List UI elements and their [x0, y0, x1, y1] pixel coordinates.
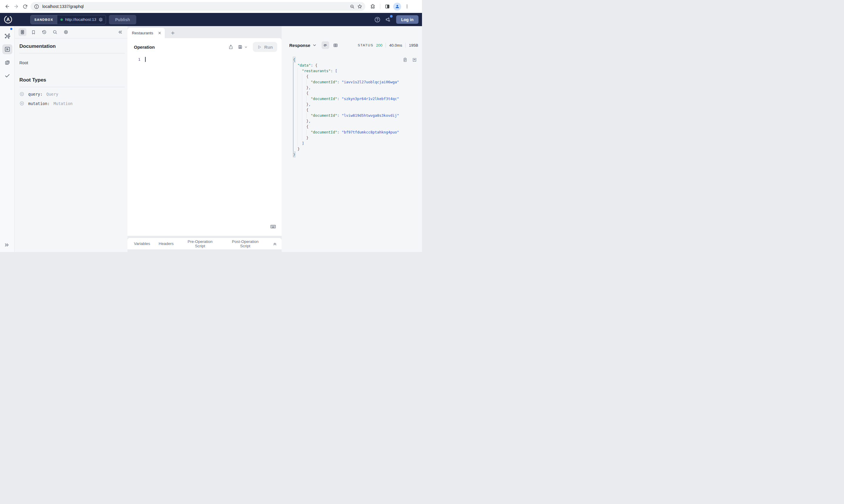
divider: [19, 87, 125, 87]
json-token: :: [337, 96, 342, 102]
json-token: "szkyn3pr64r1v2lkebf3t4qc": [342, 96, 399, 102]
profile-avatar[interactable]: [393, 3, 401, 11]
indent-guide: [293, 135, 297, 141]
url-text[interactable]: localhost:1337/graphql: [42, 4, 348, 9]
root-type-row[interactable]: query: Query: [19, 92, 125, 96]
search-icon[interactable]: [51, 28, 59, 36]
divider: [405, 43, 406, 48]
response-dropdown-chevron-icon[interactable]: [312, 43, 316, 47]
schema-icon[interactable]: [2, 31, 12, 41]
tab-restaurants[interactable]: Restaurants: [127, 28, 165, 38]
menu-kebab-icon[interactable]: [403, 2, 411, 11]
reload-icon[interactable]: [20, 2, 29, 11]
site-info-icon[interactable]: [33, 3, 40, 10]
copy-response-icon[interactable]: [402, 57, 408, 62]
json-token: }: [297, 146, 300, 152]
explorer-icon[interactable]: [2, 44, 12, 54]
table-view-icon[interactable]: [332, 41, 340, 49]
json-token: [: [335, 68, 338, 74]
new-tab-icon[interactable]: [170, 31, 175, 36]
indent-guide: [297, 141, 302, 146]
login-button[interactable]: Log in: [396, 15, 418, 24]
checks-icon[interactable]: [2, 71, 12, 81]
save-dropdown-chevron-icon[interactable]: [244, 46, 247, 49]
raw-view-icon[interactable]: [322, 41, 329, 49]
indent-guide: [293, 141, 297, 146]
status-code: 200: [376, 43, 382, 48]
extensions-icon[interactable]: [369, 2, 377, 11]
side-panel-icon[interactable]: [383, 2, 392, 11]
back-icon[interactable]: [3, 2, 12, 11]
announcements-icon[interactable]: [385, 16, 392, 23]
endpoint-url-text[interactable]: http://localhost:1337/gra…: [65, 17, 96, 22]
screen: localhost:1337/graphql: [0, 0, 422, 252]
bottom-tab-variables[interactable]: Variables: [134, 241, 150, 246]
response-json: {"data": {"restaurants": [{"documentId":…: [293, 57, 418, 157]
operation-editor[interactable]: 1: [127, 54, 282, 236]
documentation-panel: Documentation Root Root Types query: Que…: [15, 26, 127, 252]
save-group[interactable]: [238, 44, 247, 50]
indent-guide: [293, 124, 297, 129]
zoom-out-icon[interactable]: [348, 3, 356, 10]
download-response-icon[interactable]: [412, 57, 417, 62]
expand-plus-icon[interactable]: [19, 101, 24, 106]
run-button[interactable]: Run: [253, 42, 277, 52]
expand-rail-icon[interactable]: [4, 242, 10, 248]
bookmark-star-icon[interactable]: [356, 3, 364, 10]
forward-icon[interactable]: [12, 2, 20, 11]
json-token: {: [306, 107, 309, 113]
bottom-tab-headers[interactable]: Headers: [159, 241, 174, 246]
response-size: 195B: [409, 43, 418, 48]
indent-guide: [302, 118, 306, 124]
indent-guide: [293, 74, 297, 79]
docs-root-link[interactable]: Root: [19, 60, 125, 65]
status-label: STATUS: [358, 43, 373, 47]
json-token: :: [337, 79, 342, 85]
json-token: }: [306, 135, 309, 141]
indent-guide: [297, 129, 302, 135]
expand-plus-icon[interactable]: [19, 92, 24, 96]
apollo-logo-letter: A: [4, 15, 12, 24]
keyboard-shortcuts-icon[interactable]: [270, 223, 276, 230]
bottom-tab-post-operation-script[interactable]: Post-Operation Script: [226, 239, 264, 248]
left-rail: [0, 26, 15, 252]
operation-header: Operation: [127, 38, 282, 54]
main-area: Documentation Root Root Types query: Que…: [0, 26, 422, 252]
json-token: },: [306, 85, 311, 90]
type-name[interactable]: Query: [47, 92, 58, 96]
settings-gear-icon[interactable]: [62, 28, 70, 36]
json-token: :: [331, 68, 335, 74]
history-icon[interactable]: [40, 28, 48, 36]
editor-line: 1: [127, 56, 282, 62]
type-field-name[interactable]: mutation:: [28, 101, 50, 106]
save-icon[interactable]: [238, 44, 243, 50]
address-bar[interactable]: localhost:1337/graphql: [31, 2, 365, 11]
root-type-row[interactable]: mutation: Mutation: [19, 101, 125, 106]
close-tab-icon[interactable]: [158, 31, 161, 35]
bookmark-icon[interactable]: [29, 28, 37, 36]
apollo-logo[interactable]: A: [4, 15, 12, 24]
collapse-docs-icon[interactable]: [118, 29, 123, 35]
publish-button[interactable]: Publish: [109, 15, 136, 24]
indent-guide: [302, 113, 306, 118]
collections-icon[interactable]: [2, 57, 12, 68]
type-field-name[interactable]: query:: [28, 92, 42, 96]
json-line: ]: [293, 141, 418, 146]
indent-guide: [293, 62, 297, 68]
help-icon[interactable]: [374, 16, 381, 23]
bottom-tab-pre-operation-script[interactable]: Pre-Operation Script: [182, 239, 218, 248]
endpoint-url-box[interactable]: http://localhost:1337/gra…: [57, 15, 106, 24]
indent-guide: [306, 113, 311, 118]
json-token: "iavv1s2l27uoblqcjai06wga": [342, 79, 399, 85]
share-icon[interactable]: [228, 44, 234, 50]
collapse-panel-icon[interactable]: [273, 241, 277, 246]
connection-settings-gear-icon[interactable]: [98, 17, 103, 22]
json-token: {: [306, 90, 309, 96]
play-icon: [257, 45, 262, 49]
indent-guide: [293, 146, 297, 152]
json-line: }: [293, 135, 418, 141]
type-name[interactable]: Mutation: [53, 101, 72, 106]
json-line: {: [293, 124, 418, 129]
documentation-tab-icon[interactable]: [18, 28, 27, 36]
run-label: Run: [264, 44, 273, 50]
